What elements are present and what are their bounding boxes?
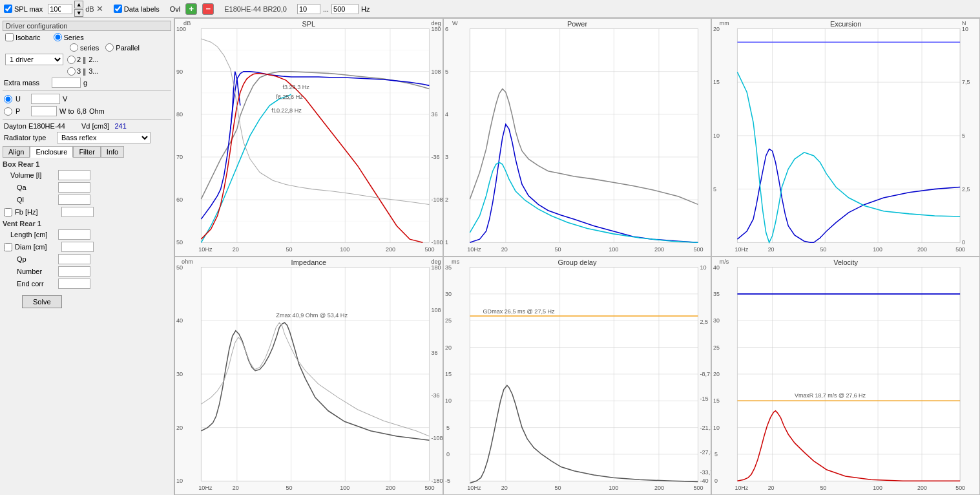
spl-max-up-button[interactable]: ▲	[74, 1, 83, 8]
length-row: Length [cm] 17,0	[3, 229, 171, 240]
svg-text:-8,75: -8,75	[700, 371, 711, 377]
r2-radio[interactable]	[67, 56, 76, 64]
svg-text:200: 200	[917, 246, 927, 253]
velocity-chart-svg: 40 35 30 25 20 15 10 5 0 m/s 10Hz 20 50 …	[712, 257, 979, 494]
charts-area: SPL	[174, 18, 980, 495]
r3-radio-label[interactable]: 3 ‖ 3...	[67, 67, 171, 76]
svg-text:5: 5	[713, 186, 716, 193]
ovl-plus-button[interactable]: +	[185, 3, 197, 15]
align-tabs: Align Enclosure Filter Info	[3, 146, 171, 158]
svg-text:200: 200	[917, 485, 927, 491]
svg-text:200: 200	[386, 246, 395, 253]
toolbar: SPL max ▲ ▼ dB ✕ Data labels Ovl + − E18…	[0, 0, 980, 18]
svg-text:25: 25	[445, 317, 452, 324]
r2-radio-label[interactable]: 2 ‖ 2...	[67, 56, 99, 64]
end-corr-input[interactable]: 0,60	[58, 279, 90, 289]
u-input[interactable]: 5,67	[31, 94, 60, 104]
fb-input[interactable]: 30,9	[61, 207, 94, 217]
svg-text:200: 200	[654, 246, 664, 253]
isobaric-checkbox-label[interactable]: Isobaric	[5, 33, 41, 41]
solve-button[interactable]: Solve	[22, 295, 62, 308]
series-radio-label[interactable]: Series	[54, 33, 84, 41]
driver-count-select[interactable]: 1 driver 2 drivers 3 drivers	[5, 54, 63, 65]
power-chart-title: Power	[444, 19, 711, 29]
svg-text:15: 15	[445, 371, 452, 377]
p-radio[interactable]	[4, 107, 12, 116]
diam-checkbox[interactable]	[4, 243, 12, 251]
parallel-radio[interactable]	[105, 43, 114, 52]
number-label: Number	[4, 268, 56, 275]
qp-row: Qp 90	[3, 254, 171, 264]
fb-checkbox[interactable]	[4, 208, 12, 216]
spl-max-input[interactable]	[48, 4, 72, 14]
spl-max-checkbox-label[interactable]: SPL max	[4, 5, 43, 13]
data-labels-label: Data labels	[124, 5, 160, 13]
ql-input[interactable]: 100	[58, 195, 90, 205]
svg-text:36: 36	[432, 111, 438, 118]
freq-min-input[interactable]	[297, 4, 320, 14]
ql-label: Ql	[4, 196, 56, 204]
svg-text:20: 20	[768, 485, 775, 491]
svg-text:-5: -5	[445, 478, 450, 484]
svg-text:f6 25,6 Hz: f6 25,6 Hz	[276, 94, 303, 100]
u-radio-label[interactable]	[4, 95, 13, 103]
series-lower-radio-label[interactable]: series	[70, 43, 99, 52]
u-row: U 5,67 V	[3, 94, 171, 104]
svg-text:20: 20	[713, 371, 720, 377]
qa-input[interactable]: 100	[58, 182, 90, 193]
p-input[interactable]: 4,73	[31, 106, 57, 116]
series-lower-radio[interactable]	[70, 43, 78, 52]
freq-max-input[interactable]	[331, 4, 359, 14]
spl-unit: dB	[85, 5, 94, 13]
data-labels-checkbox[interactable]	[114, 5, 122, 13]
svg-text:500: 500	[693, 246, 703, 253]
svg-text:50: 50	[554, 485, 561, 491]
svg-text:-27,5: -27,5	[700, 449, 711, 456]
svg-text:50: 50	[286, 246, 293, 253]
extra-mass-input[interactable]: 0,0	[52, 78, 81, 88]
spl-max-down-button[interactable]: ▼	[74, 9, 83, 17]
r3-radio[interactable]	[67, 67, 76, 76]
tab-enclosure[interactable]: Enclosure	[30, 146, 73, 158]
tab-align[interactable]: Align	[3, 146, 30, 158]
svg-text:5: 5	[714, 451, 718, 458]
isobaric-label: Isobaric	[16, 34, 41, 41]
series-lower-label: series	[80, 44, 99, 52]
svg-text:20: 20	[233, 485, 239, 491]
diam-input[interactable]: 4,0	[61, 242, 94, 252]
tab-info[interactable]: Info	[101, 146, 124, 158]
data-labels-checkbox-label[interactable]: Data labels	[114, 5, 160, 13]
qp-input[interactable]: 90	[58, 254, 90, 264]
number-input[interactable]: 1	[58, 266, 90, 277]
freq-ellipsis: ...	[323, 5, 329, 13]
vent-rear1-section: Vent Rear 1 Length [cm] 17,0 Diam [cm] 4…	[3, 220, 171, 289]
length-input[interactable]: 17,0	[58, 229, 90, 240]
svg-text:500: 500	[424, 246, 434, 253]
svg-text:-33,7: -33,7	[700, 469, 711, 476]
spl-max-checkbox[interactable]	[4, 5, 12, 13]
radiator-type-select[interactable]: Bass reflex Closed box Passive radiator	[57, 132, 151, 143]
ovl-minus-button[interactable]: −	[202, 3, 214, 15]
parallel-radio-label[interactable]: Parallel	[105, 43, 140, 52]
qa-row: Qa 100	[3, 182, 171, 193]
isobaric-checkbox[interactable]	[5, 33, 14, 41]
vd-label: Vd [cm3]	[81, 122, 109, 130]
svg-text:-180: -180	[432, 478, 443, 484]
svg-text:-36: -36	[432, 392, 440, 399]
p-radio-label[interactable]	[4, 107, 13, 116]
tab-filter[interactable]: Filter	[73, 146, 100, 158]
spl-chart: SPL	[174, 18, 443, 257]
u-radio[interactable]	[4, 95, 12, 103]
svg-text:50: 50	[820, 246, 827, 253]
series-radio[interactable]	[54, 33, 62, 41]
svg-text:100: 100	[873, 246, 883, 253]
volume-input[interactable]: 20,0	[58, 170, 90, 180]
svg-text:0: 0	[446, 451, 450, 458]
svg-text:15: 15	[713, 397, 720, 404]
svg-text:200: 200	[386, 485, 395, 491]
svg-text:f10 22,8 Hz: f10 22,8 Hz	[271, 107, 302, 114]
driver-config-title: Driver configuration	[3, 21, 171, 31]
svg-text:20: 20	[445, 344, 452, 351]
extra-mass-unit: g	[83, 79, 87, 87]
x-icon[interactable]: ✕	[96, 4, 103, 14]
